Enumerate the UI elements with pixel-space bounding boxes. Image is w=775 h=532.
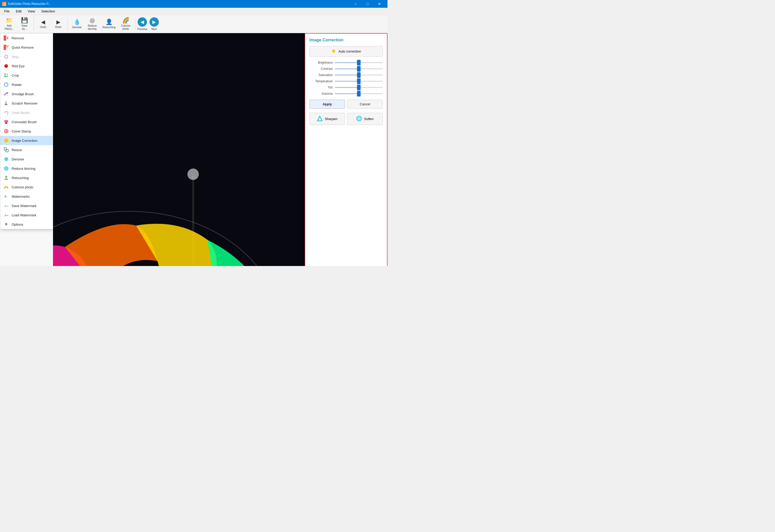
reduce-blurring-menu-icon: [3, 165, 9, 171]
menu-item-save-watermark[interactable]: A Save Watermark: [0, 201, 53, 210]
menu-file[interactable]: File: [1, 8, 13, 14]
menu-item-denoise[interactable]: Denoise: [0, 154, 53, 164]
retouching-button[interactable]: 👤 Retouching: [100, 17, 118, 32]
contrast-slider[interactable]: [335, 68, 383, 69]
sharpen-button[interactable]: Sharpen: [309, 113, 345, 125]
menu-view[interactable]: View: [25, 8, 38, 14]
menu-item-resize[interactable]: Resize: [0, 145, 53, 154]
title-bar-controls: ─ □ ✕: [350, 0, 385, 8]
saturation-label: Saturation: [309, 73, 333, 77]
svg-rect-23: [5, 123, 7, 124]
smudge-brush-label: Smudge Brush: [12, 92, 34, 96]
stop-icon: [3, 54, 9, 59]
menu-item-retouching[interactable]: Retouching: [0, 173, 53, 182]
menu-selection[interactable]: Selection: [38, 8, 58, 14]
soften-button[interactable]: Soften: [347, 113, 383, 125]
retouching-icon: 👤: [105, 19, 112, 25]
auto-correction-label: Auto correction: [338, 49, 361, 53]
svg-point-61: [187, 168, 199, 180]
denoise-button[interactable]: 💧 Denoise: [70, 17, 84, 32]
menu-item-colorize-photo[interactable]: Colorize photo: [0, 182, 53, 192]
load-watermark-icon: A: [3, 212, 9, 218]
title-bar: ✔ SoftOrbits Photo Retoucher P... ─ □ ✕: [0, 0, 388, 8]
menu-edit[interactable]: Edit: [13, 8, 25, 14]
temperature-row: Temperature: [309, 79, 383, 83]
red-eye-label: Red Eye: [12, 64, 25, 68]
reduce-blurring-button[interactable]: ◎ Reduceblurring: [85, 17, 99, 32]
quick-remove-icon: [3, 44, 9, 50]
retouching-label: Retouching: [102, 26, 116, 29]
add-file-icon: 📁: [6, 18, 13, 23]
image-correction-icon: [3, 138, 9, 143]
sharpen-label: Sharpen: [325, 117, 337, 121]
tint-slider[interactable]: [335, 87, 383, 88]
options-label: Options: [12, 222, 23, 226]
retouching-menu-label: Retouching: [12, 176, 29, 180]
brightness-slider[interactable]: [335, 62, 383, 63]
next-button[interactable]: ▶ Next: [149, 17, 159, 31]
clone-stamp-icon: [3, 128, 9, 134]
menu-item-watermarks[interactable]: A Watermarks: [0, 192, 53, 201]
gamma-row: Gamma: [309, 92, 383, 95]
gamma-slider[interactable]: [335, 93, 383, 94]
app-title: SoftOrbits Photo Retoucher P...: [8, 2, 51, 6]
canvas-area: [53, 33, 305, 266]
contrast-label: Contrast: [309, 67, 333, 71]
gamma-label: Gamma: [309, 92, 333, 95]
add-file-button[interactable]: 📁 AddFile(s)...: [2, 17, 16, 32]
saturation-row: Saturation: [309, 73, 383, 77]
menu-item-image-correction[interactable]: Image Correction: [0, 136, 53, 145]
svg-point-92: [357, 116, 361, 121]
redo-icon: ▶: [56, 19, 60, 25]
menu-item-red-eye[interactable]: Red Eye: [0, 61, 53, 71]
svg-rect-0: [4, 35, 6, 41]
canvas-image: [53, 33, 305, 266]
sharpen-icon: [317, 116, 322, 122]
redo-button[interactable]: ▶ Redo: [51, 17, 65, 32]
menu-item-crop[interactable]: Crop: [0, 71, 53, 80]
menu-item-clone-stamp[interactable]: Clone Stamp: [0, 126, 53, 136]
auto-correction-button[interactable]: Auto correction: [309, 46, 383, 57]
saturation-slider[interactable]: [335, 74, 383, 76]
menu-item-scratch-remover[interactable]: Scratch Remover: [0, 99, 53, 108]
svg-point-12: [6, 65, 7, 66]
rotate-label: Rotate: [12, 83, 21, 87]
menu-item-stop[interactable]: Stop: [0, 52, 53, 61]
redo-label: Redo: [55, 26, 62, 28]
menu-item-undo-brush[interactable]: Undo Brush: [0, 108, 53, 117]
menu-item-quick-remove[interactable]: Quick Remove: [0, 43, 53, 52]
stop-label: Stop: [12, 55, 19, 59]
svg-text:A: A: [4, 194, 7, 198]
svg-point-42: [7, 187, 8, 188]
menu-item-smudge-brush[interactable]: Smudge Brush: [0, 89, 53, 99]
crop-icon: [3, 72, 9, 78]
scratch-remover-icon: [3, 100, 9, 106]
menu-item-concealer-brush[interactable]: Concealer Brush: [0, 117, 53, 126]
svg-marker-90: [331, 49, 336, 53]
maximize-button[interactable]: □: [361, 0, 373, 8]
menu-item-load-watermark[interactable]: A Load Watermark: [0, 210, 53, 220]
menu-item-options[interactable]: Options: [0, 220, 53, 229]
menu-item-rotate[interactable]: Rotate: [0, 80, 53, 89]
next-icon: ▶: [149, 17, 159, 27]
menu-item-remove[interactable]: Remove: [0, 33, 53, 43]
apply-button[interactable]: Apply: [309, 100, 345, 109]
crop-label: Crop: [12, 73, 19, 77]
previous-icon: ◀: [138, 17, 147, 27]
watermarks-label: Watermarks: [12, 194, 30, 198]
previous-button[interactable]: ◀ Previous: [137, 17, 147, 31]
cancel-button[interactable]: Cancel: [347, 100, 383, 109]
svg-point-39: [5, 176, 7, 178]
menu-item-reduce-blurring[interactable]: Reduce blurring: [0, 164, 53, 173]
temperature-label: Temperature: [309, 79, 333, 83]
svg-rect-4: [4, 45, 6, 50]
colorize-photo-button[interactable]: 🌈 Colorizephoto: [119, 17, 133, 32]
next-label: Next: [151, 28, 157, 31]
temperature-slider[interactable]: [335, 81, 383, 82]
soften-label: Soften: [364, 117, 374, 121]
left-sidebar: Remove Quick Remove Stop Red Eye: [0, 33, 53, 266]
save-as-button[interactable]: 💾 Saveas...: [17, 17, 32, 32]
minimize-button[interactable]: ─: [350, 0, 361, 8]
close-button[interactable]: ✕: [373, 0, 385, 8]
undo-button[interactable]: ◀ Undo: [36, 17, 50, 32]
